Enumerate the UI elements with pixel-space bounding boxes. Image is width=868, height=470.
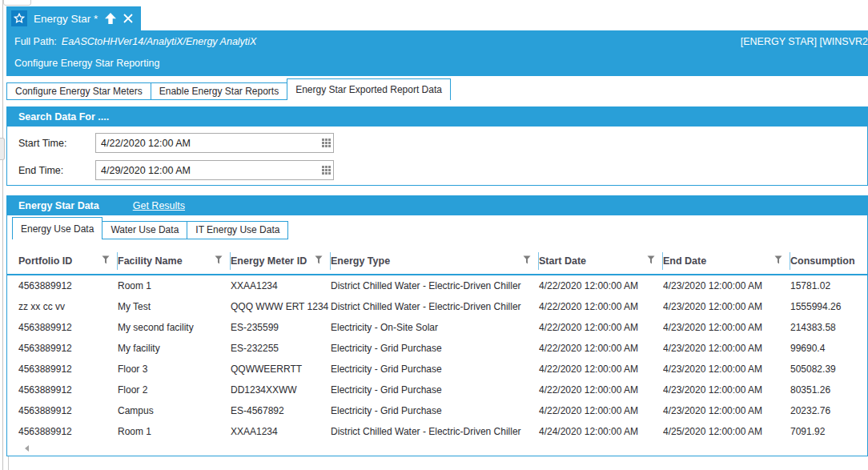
column-header-label: Energy Meter ID [231,255,307,267]
datetime-input[interactable] [96,161,319,179]
cell-facility-name: Room 1 [118,421,231,442]
column-header-label: End Date [663,255,706,267]
data-panel-header: Energy Star Data Get Results [7,196,867,215]
get-results-link[interactable]: Get Results [133,200,185,211]
server-info: [ENERGY STAR] [WINSVR2 [741,36,868,47]
splitter-grip[interactable] [0,138,5,160]
cell-end-date: 4/23/2020 12:00:00 AM [663,400,790,421]
cell-consumption: 1555994.26 [790,296,867,317]
close-icon[interactable] [123,14,133,23]
data-panel-title: Energy Star Data [18,200,99,211]
cell-energy-type: Electricity - Grid Purchase [331,359,539,380]
column-header[interactable]: Portfolio ID [18,248,118,274]
datepicker-grid-icon[interactable] [319,139,333,147]
cell-consumption: 15781.02 [790,275,867,296]
cell-facility-name: Room 1 [118,275,231,296]
filter-funnel-icon[interactable] [315,255,323,267]
cell-facility-name: My second facility [118,317,231,338]
filter-funnel-icon[interactable] [215,255,223,267]
cell-start-date: 4/22/2020 12:00:00 AM [539,296,663,317]
page-header: Full Path:EaASCtoHHVer14/AnalytiX/Energy… [6,30,868,76]
cell-portfolio-id: 4563889912 [18,338,118,359]
table-row[interactable]: 4563889912 Campus ES-4567892 Electricity… [7,400,867,421]
data-table: Portfolio ID Facility Name Energy Meter … [7,248,867,455]
table-row[interactable]: 4563889912 Room 1 XXAA1234 District Chil… [7,421,867,442]
cell-end-date: 4/23/2020 12:00:00 AM [663,359,790,380]
favorite-star-icon[interactable] [11,10,27,26]
cell-energy-type: District Chilled Water - Electric-Driven… [331,296,539,317]
cell-facility-name: My facility [118,338,231,359]
cell-end-date: 4/25/2020 12:00:00 AM [663,421,790,442]
column-header[interactable]: Facility Name [118,248,231,274]
cell-facility-name: My Test [118,296,231,317]
cell-energy-meter-id: QQWWEERRTT [231,359,331,380]
cell-end-date: 4/23/2020 12:00:00 AM [663,317,790,338]
datetime-input[interactable] [96,134,319,152]
cell-energy-type: Electricity - Grid Purchase [331,400,539,421]
cell-start-date: 4/22/2020 12:00:00 AM [539,317,663,338]
tab[interactable]: Configure Energy Star Meters [6,82,151,100]
column-header-label: Portfolio ID [18,255,72,267]
table-row[interactable]: 4563889912 Floor 3 QQWWEERRTT Electricit… [7,359,867,380]
filter-funnel-icon[interactable] [647,255,655,267]
cell-energy-meter-id: XXAA1234 [231,421,331,442]
column-header[interactable]: Energy Meter ID [231,248,331,274]
cell-end-date: 4/23/2020 12:00:00 AM [663,275,790,296]
cell-consumption: 99690.4 [790,338,867,359]
cell-energy-type: District Chilled Water - Electric-Driven… [331,275,539,296]
filter-funnel-icon[interactable] [102,255,110,267]
cell-start-date: 4/22/2020 12:00:00 AM [539,338,663,359]
cell-energy-meter-id: DD1234XXWW [231,380,331,400]
tab[interactable]: Energy Use Data [12,217,102,239]
tab[interactable]: Enable Energy Star Reports [151,82,287,100]
cell-end-date: 4/23/2020 12:00:00 AM [663,296,790,317]
table-row[interactable]: 4563889912 My second facility ES-235599 … [7,317,867,338]
table-header-row: Portfolio ID Facility Name Energy Meter … [7,248,867,275]
filter-funnel-icon[interactable] [523,255,531,267]
column-header-label: Start Date [539,255,586,267]
cell-energy-type: Electricity - On-Site Solar [331,317,539,338]
datetime-field-row: End Time: [18,160,334,180]
datetime-input-wrap [95,133,334,153]
document-tab-energy-star[interactable]: Energy Star * [6,6,141,30]
tab[interactable]: Water Use Data [102,221,187,239]
cell-start-date: 4/22/2020 12:00:00 AM [539,400,663,421]
cell-portfolio-id: 4563889912 [18,400,118,421]
cell-facility-name: Floor 2 [118,380,231,400]
cell-portfolio-id: 4563889912 [18,317,118,338]
column-header-label: Facility Name [118,255,183,267]
column-header[interactable]: Start Date [539,248,663,274]
cell-consumption: 7091.92 [790,421,867,442]
table-body: 4563889912 Room 1 XXAA1234 District Chil… [7,275,867,442]
search-panel-title: Search Data For .... [18,111,109,123]
datetime-field-row: Start Time: [18,133,334,153]
column-header[interactable]: End Date [663,248,790,274]
datepicker-grid-icon[interactable] [319,166,333,175]
table-footer [7,442,867,455]
cell-energy-meter-id: QQQ WWW ERT 1234 [231,296,331,317]
table-row[interactable]: 4563889912 My facility ES-232255 Electri… [7,338,867,359]
table-row[interactable]: 4563889912 Floor 2 DD1234XXWW Electricit… [7,380,867,400]
cell-energy-meter-id: ES-4567892 [231,400,331,421]
top-toolbar-remnant [3,0,31,6]
table-row[interactable]: 4563889912 Room 1 XXAA1234 District Chil… [7,275,867,296]
tab[interactable]: IT Energy Use Data [187,221,288,239]
data-tabstrip: Energy Use Data Water Use Data IT Energy… [12,217,868,239]
hscroll-left-arrow-icon[interactable] [25,445,29,452]
column-header[interactable]: Consumption [790,248,867,274]
elevate-arrow-icon[interactable] [104,12,117,25]
table-row[interactable]: zz xx cc vv My Test QQQ WWW ERT 1234 Dis… [7,296,867,317]
cell-energy-meter-id: ES-235599 [231,317,331,338]
tab[interactable]: Energy Star Exported Report Data [287,78,451,100]
cell-start-date: 4/22/2020 12:00:00 AM [539,380,663,400]
left-panel-divider-lower [8,456,9,470]
field-label: Start Time: [18,138,95,149]
cell-energy-type: District Chilled Water - Electric-Driven… [331,421,539,442]
column-header-label: Consumption [790,255,855,267]
field-label: End Time: [18,165,95,176]
filter-funnel-icon[interactable] [774,255,782,267]
column-header[interactable]: Energy Type [331,248,539,274]
cell-portfolio-id: 4563889912 [18,421,118,442]
data-panel: Energy Star Data Get Results Energy Use … [6,195,868,456]
cell-portfolio-id: 4563889912 [18,359,118,380]
